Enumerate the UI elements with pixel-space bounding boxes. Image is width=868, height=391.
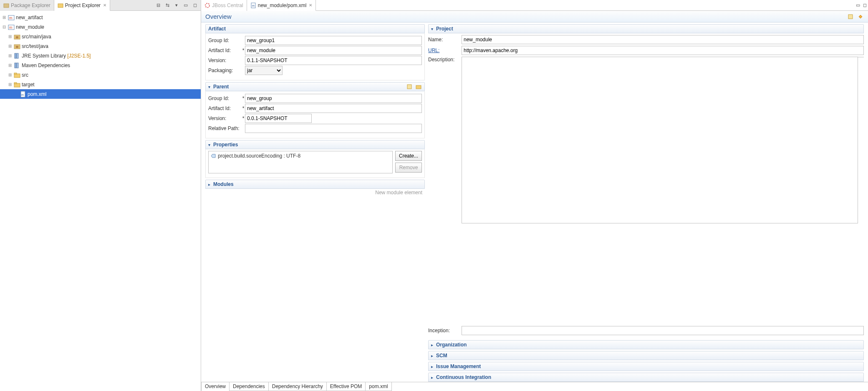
svg-rect-25 <box>416 85 421 89</box>
project-inception-input[interactable] <box>462 326 864 335</box>
tab-jboss-central[interactable]: JBoss Central <box>201 0 247 11</box>
svg-text:m: m <box>9 25 13 30</box>
tree-expander-icon[interactable]: ⊞ <box>8 82 13 87</box>
parent-relpath-input[interactable] <box>245 124 422 133</box>
section-title: SCM <box>436 353 447 358</box>
section-header-scm[interactable]: ▸SCM <box>428 351 864 360</box>
property-item[interactable]: project.build.sourceEncoding : UTF-8 <box>210 153 391 159</box>
svg-text:m: m <box>21 93 24 96</box>
section-title: Artifact <box>208 26 226 32</box>
tree-item-src_main_java[interactable]: ⊞src/main/java <box>0 32 201 41</box>
chevron-down-icon: ▾ <box>208 143 213 147</box>
artifact-version-input[interactable] <box>245 56 422 65</box>
section-title: Issue Management <box>436 363 481 369</box>
svg-rect-7 <box>16 36 18 38</box>
property-text: project.build.sourceEncoding : UTF-8 <box>218 153 300 159</box>
section-header-project[interactable]: ▾ Project <box>428 24 864 33</box>
chevron-down-icon: ▾ <box>431 27 436 31</box>
project-tree[interactable]: ⊞mnew_artifact⊟mnew_module⊞src/main/java… <box>0 11 201 391</box>
artifact-group-id-input[interactable] <box>245 36 422 45</box>
project-description-textarea[interactable] <box>462 57 858 223</box>
bottom-tab-pom-xml[interactable]: pom.xml <box>365 382 391 391</box>
section-header-modules[interactable]: ▸ Modules <box>205 180 425 189</box>
project-name-label: Name: <box>428 37 462 43</box>
tab-pom-editor[interactable]: m new_module/pom.xml ✕ <box>247 0 316 11</box>
project-url-input[interactable] <box>462 46 864 55</box>
properties-list[interactable]: project.build.sourceEncoding : UTF-8 <box>208 151 393 173</box>
link-editor-icon[interactable]: ⇆ <box>164 2 171 9</box>
tree-expander-icon[interactable]: ⊞ <box>2 15 7 20</box>
header-actions <box>847 13 864 20</box>
tree-item-label: Maven Dependencies <box>22 63 70 68</box>
tree-item-label: JRE System Library [J2SE-1.5] <box>22 53 91 59</box>
tree-item-src_test_java[interactable]: ⊞src/test/java <box>0 41 201 51</box>
project-url-label[interactable]: URL: <box>428 48 462 53</box>
tree-item-label: new_module <box>16 24 44 30</box>
close-icon[interactable]: ✕ <box>103 3 106 8</box>
view-menu-icon[interactable]: ▾ <box>173 2 180 9</box>
left-view: Package Explorer Project Explorer ✕ ⊟ ⇆ … <box>0 0 201 391</box>
bottom-tab-effective-pom[interactable]: Effective POM <box>326 382 366 391</box>
tab-package-explorer[interactable]: Package Explorer <box>0 0 54 11</box>
select-parent-icon[interactable] <box>406 83 413 90</box>
form-header: Overview <box>201 11 868 23</box>
packaging-label: Packaging: <box>208 68 242 73</box>
section-header-organization[interactable]: ▸Organization <box>428 340 864 349</box>
modules-hint: New module element <box>205 189 425 197</box>
tree-item-maven_deps[interactable]: ⊞Maven Dependencies <box>0 60 201 70</box>
parent-artifact-id-input[interactable] <box>245 104 422 113</box>
parent-version-input[interactable] <box>245 114 312 123</box>
tree-item-jre[interactable]: ⊞JRE System Library [J2SE-1.5] <box>0 51 201 60</box>
open-parent-icon[interactable] <box>847 13 854 20</box>
section-header-parent[interactable]: ▾ Parent <box>205 82 425 91</box>
minimize-icon[interactable]: ▭ <box>182 2 189 9</box>
tab-label: new_module/pom.xml <box>258 3 307 8</box>
tree-item-src[interactable]: ⊞src <box>0 70 201 80</box>
close-icon[interactable]: ✕ <box>309 3 312 8</box>
tree-expander-icon[interactable]: ⊞ <box>8 34 13 39</box>
scrollbar[interactable] <box>858 57 864 58</box>
tab-label: Project Explorer <box>65 3 101 8</box>
tree-expander-icon[interactable]: ⊟ <box>2 25 7 29</box>
project-name-input[interactable] <box>462 35 864 44</box>
section-header-artifact[interactable]: Artifact <box>205 24 425 33</box>
editor-area: JBoss Central m new_module/pom.xml ✕ ▭ ◻… <box>201 0 868 391</box>
bottom-tab-overview[interactable]: Overview <box>201 382 230 391</box>
maximize-icon[interactable]: ◻ <box>861 2 868 9</box>
section-header-continuous-integration[interactable]: ▸Continuous Integration <box>428 373 864 382</box>
parent-group-id-input[interactable] <box>245 94 422 103</box>
group-id-label: Group Id: <box>208 38 242 43</box>
artifact-artifact-id-input[interactable] <box>245 46 422 55</box>
parent-group-id-label: Group Id: <box>208 95 242 101</box>
create-property-button[interactable]: Create... <box>395 151 422 161</box>
section-title: Modules <box>213 181 234 187</box>
tree-item-pom[interactable]: mpom.xml <box>0 89 201 99</box>
xml-file-icon: m <box>20 91 26 98</box>
tree-item-target[interactable]: ⊞target <box>0 80 201 89</box>
maximize-icon[interactable]: ◻ <box>192 2 198 9</box>
collapse-all-icon[interactable]: ⊟ <box>155 2 161 9</box>
svg-rect-9 <box>16 46 18 48</box>
tree-expander-icon[interactable]: ⊞ <box>8 53 13 58</box>
section-project: ▾ Project Name: URL: Descript <box>428 24 864 338</box>
section-header-properties[interactable]: ▾ Properties <box>205 140 425 149</box>
tree-item-new_module[interactable]: ⊟mnew_module <box>0 22 201 32</box>
section-artifact: Artifact Group Id: Artifact Id: * <box>205 24 425 80</box>
bottom-tab-dependency-hierarchy[interactable]: Dependency Hierarchy <box>268 382 327 391</box>
pom-editor-tabs: OverviewDependenciesDependency Hierarchy… <box>201 382 868 391</box>
tab-project-explorer[interactable]: Project Explorer ✕ <box>54 0 110 11</box>
tree-item-new_artifact[interactable]: ⊞mnew_artifact <box>0 13 201 22</box>
tree-expander-icon[interactable]: ⊞ <box>8 44 13 48</box>
minimize-icon[interactable]: ▭ <box>855 2 861 9</box>
artifact-packaging-select[interactable]: jar <box>245 66 283 75</box>
section-header-issue-management[interactable]: ▸Issue Management <box>428 362 864 371</box>
svg-rect-1 <box>58 4 63 8</box>
remove-property-button[interactable]: Remove <box>395 163 422 173</box>
tab-label: JBoss Central <box>212 3 243 8</box>
svg-rect-24 <box>407 85 411 89</box>
show-effective-icon[interactable] <box>857 13 864 20</box>
tree-expander-icon[interactable]: ⊞ <box>8 73 13 77</box>
open-parent-pom-icon[interactable] <box>415 83 422 90</box>
bottom-tab-dependencies[interactable]: Dependencies <box>229 382 269 391</box>
tree-expander-icon[interactable]: ⊞ <box>8 63 13 68</box>
